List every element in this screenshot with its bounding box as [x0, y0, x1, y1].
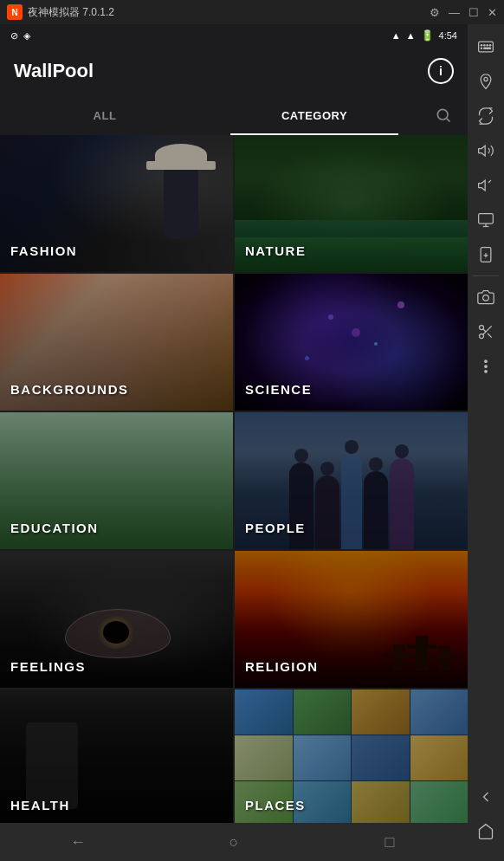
no-sim-icon: ⊘ [10, 30, 18, 42]
svg-point-18 [480, 334, 484, 339]
category-feelings[interactable]: FEELINGS [0, 551, 233, 688]
wifi-signal-icon: ▲ [391, 30, 401, 41]
health-overlay: HEALTH [0, 689, 233, 823]
svg-marker-8 [479, 180, 486, 191]
places-overlay: PLACES [235, 689, 468, 823]
sidebar-volume-up-icon[interactable] [470, 135, 501, 166]
category-places[interactable]: PLACES [235, 689, 468, 823]
sidebar-scissors-icon[interactable] [470, 316, 501, 347]
svg-point-22 [485, 360, 488, 363]
category-grid: FASHION NATURE BACKGROUNDS [0, 135, 468, 823]
tab-bar: ALL CATEGORY [0, 95, 468, 135]
science-label: SCIENCE [245, 382, 312, 397]
category-nature[interactable]: NATURE [235, 135, 468, 272]
sidebar-volume-down-icon[interactable] [470, 170, 501, 201]
emulator-titlebar: N 夜神模拟器 7.0.1.2 ⚙ — ☐ ✕ [0, 0, 504, 24]
category-backgrounds[interactable]: BACKGROUNDS [0, 274, 233, 411]
svg-rect-0 [479, 42, 494, 52]
category-health[interactable]: HEALTH [0, 689, 233, 823]
sidebar-camera-icon[interactable] [470, 282, 501, 313]
category-science[interactable]: SCIENCE [235, 274, 468, 411]
status-time: 4:54 [439, 30, 457, 41]
sidebar-more-icon[interactable] [470, 351, 501, 382]
phone-screen: ⊘ ◈ ▲ ▲ 🔋 4:54 WallPool i ALL CATEGORY [0, 24, 468, 861]
places-label: PLACES [245, 798, 306, 812]
svg-point-23 [485, 366, 488, 368]
tab-search[interactable] [419, 95, 468, 135]
svg-line-20 [488, 333, 492, 338]
nav-recent-button[interactable]: □ [368, 826, 411, 858]
education-label: EDUCATION [10, 521, 99, 535]
settings-icon[interactable]: ⚙ [430, 6, 440, 19]
education-overlay: EDUCATION [0, 412, 233, 549]
science-overlay: SCIENCE [235, 274, 468, 411]
sidebar-monitor-icon[interactable] [470, 204, 501, 236]
svg-point-17 [480, 326, 484, 330]
battery-icon: 🔋 [421, 29, 434, 42]
minimize-button[interactable]: — [449, 6, 460, 19]
grid-row-1: FASHION NATURE [0, 135, 468, 274]
app-header: WallPool i [0, 47, 468, 95]
wifi-icon: ◈ [23, 30, 30, 42]
religion-overlay: RELIGION [235, 551, 468, 688]
svg-line-21 [483, 329, 486, 332]
nox-logo: N [7, 4, 23, 20]
nav-home-button[interactable]: ○ [212, 826, 255, 858]
people-label: PEOPLE [245, 521, 306, 535]
sidebar-location-icon[interactable] [470, 66, 501, 97]
right-sidebar [468, 24, 504, 861]
titlebar-right: ⚙ — ☐ ✕ [430, 6, 497, 19]
svg-point-25 [437, 109, 448, 120]
health-label: HEALTH [10, 798, 70, 812]
backgrounds-overlay: BACKGROUNDS [0, 274, 233, 411]
sidebar-bottom [470, 781, 501, 854]
grid-row-4: FEELINGS RELIGION [0, 551, 468, 689]
nature-overlay: NATURE [235, 135, 468, 272]
svg-rect-10 [479, 214, 494, 224]
category-religion[interactable]: RELIGION [235, 551, 468, 688]
category-education[interactable]: EDUCATION [0, 412, 233, 549]
fashion-label: FASHION [10, 243, 77, 258]
sidebar-rotate-icon[interactable] [470, 100, 501, 132]
close-button[interactable]: ✕ [488, 6, 497, 19]
svg-line-26 [447, 119, 450, 122]
category-fashion[interactable]: FASHION [0, 135, 233, 272]
feelings-overlay: FEELINGS [0, 551, 233, 688]
fashion-overlay: FASHION [0, 135, 233, 272]
feelings-label: FEELINGS [10, 659, 86, 674]
people-overlay: PEOPLE [235, 412, 468, 549]
info-button[interactable]: i [428, 58, 454, 84]
grid-row-2: BACKGROUNDS SCIENCE [0, 274, 468, 412]
status-right: ▲ ▲ 🔋 4:54 [391, 29, 457, 42]
svg-marker-7 [479, 146, 486, 156]
tab-category[interactable]: CATEGORY [210, 95, 419, 135]
religion-label: RELIGION [245, 659, 319, 674]
status-left: ⊘ ◈ [10, 30, 30, 42]
grid-row-5: HEALTH [0, 689, 468, 823]
sidebar-apk-icon[interactable] [470, 239, 501, 270]
nature-label: NATURE [245, 243, 306, 258]
mobile-signal-icon: ▲ [406, 30, 416, 41]
tab-all[interactable]: ALL [0, 95, 210, 135]
sidebar-back-icon[interactable] [470, 781, 501, 812]
bottom-nav: ← ○ □ [0, 823, 468, 861]
nav-back-button[interactable]: ← [56, 826, 100, 858]
search-icon [435, 107, 452, 124]
titlebar-left: N 夜神模拟器 7.0.1.2 [7, 4, 114, 20]
status-bar: ⊘ ◈ ▲ ▲ 🔋 4:54 [0, 24, 468, 47]
emulator-title: 夜神模拟器 7.0.1.2 [28, 5, 114, 20]
sidebar-keyboard-icon[interactable] [470, 31, 501, 62]
backgrounds-label: BACKGROUNDS [10, 382, 129, 397]
app-title: WallPool [14, 60, 94, 82]
category-people[interactable]: PEOPLE [235, 412, 468, 549]
svg-point-24 [485, 371, 488, 373]
maximize-button[interactable]: ☐ [468, 6, 479, 19]
sidebar-home-icon[interactable] [470, 816, 501, 847]
grid-row-3: EDUCATION PEOPLE [0, 412, 468, 551]
svg-point-16 [483, 295, 489, 301]
sidebar-divider [473, 275, 499, 276]
svg-line-9 [488, 180, 491, 183]
